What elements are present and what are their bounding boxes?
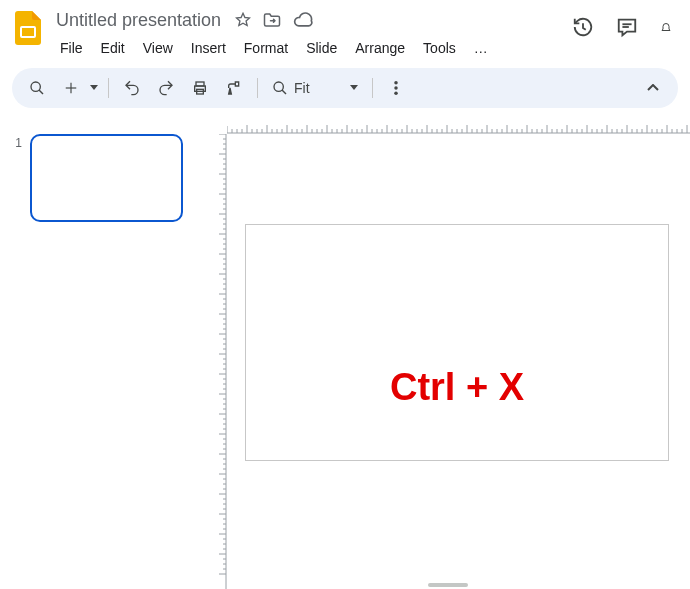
title-row: Untitled presentation	[52, 8, 572, 32]
svg-point-13	[394, 86, 398, 90]
header: Untitled presentation File Edit View Ins…	[0, 0, 690, 60]
slide-thumb-row: 1	[10, 134, 195, 222]
notifications-icon[interactable]	[660, 16, 672, 38]
slide-canvas[interactable]: Ctrl + X	[245, 224, 669, 461]
slide-number: 1	[10, 134, 22, 150]
filmstrip: 1	[0, 116, 205, 589]
header-right	[572, 8, 678, 38]
menu-bar: File Edit View Insert Format Slide Arran…	[52, 32, 572, 60]
collapse-toolbar-button[interactable]	[638, 73, 668, 103]
svg-point-10	[274, 82, 283, 91]
separator	[108, 78, 109, 98]
vertical-ruler[interactable]	[211, 134, 227, 589]
menu-tools[interactable]: Tools	[415, 36, 464, 60]
undo-button[interactable]	[117, 73, 147, 103]
app-logo[interactable]	[12, 8, 44, 48]
zoom-label: Fit	[294, 80, 310, 96]
svg-line-11	[282, 90, 286, 94]
svg-point-12	[394, 81, 398, 85]
canvas-area: Ctrl + X	[205, 116, 690, 589]
svg-point-3	[31, 82, 40, 91]
paint-format-button[interactable]	[219, 73, 249, 103]
workspace: 1	[0, 116, 690, 589]
menu-format[interactable]: Format	[236, 36, 296, 60]
move-icon[interactable]	[263, 12, 281, 28]
annotation-text: Ctrl + X	[390, 366, 524, 409]
zoom-control[interactable]: Fit	[266, 80, 364, 96]
redo-button[interactable]	[151, 73, 181, 103]
search-menus-button[interactable]	[22, 73, 52, 103]
separator	[257, 78, 258, 98]
menu-slide[interactable]: Slide	[298, 36, 345, 60]
menu-more[interactable]: …	[466, 36, 496, 60]
doc-title[interactable]: Untitled presentation	[52, 9, 225, 32]
toolbar-wrap: Fit	[0, 60, 690, 116]
new-slide-combo[interactable]	[56, 73, 100, 103]
menu-arrange[interactable]: Arrange	[347, 36, 413, 60]
toolbar: Fit	[12, 68, 678, 108]
more-tools-button[interactable]	[381, 73, 411, 103]
menu-edit[interactable]: Edit	[93, 36, 133, 60]
menu-file[interactable]: File	[52, 36, 91, 60]
title-area: Untitled presentation File Edit View Ins…	[52, 8, 572, 60]
new-slide-button[interactable]	[56, 73, 86, 103]
speaker-notes-handle[interactable]	[428, 583, 468, 587]
menu-view[interactable]: View	[135, 36, 181, 60]
menu-insert[interactable]: Insert	[183, 36, 234, 60]
title-icons	[235, 12, 313, 28]
slide-thumbnail-1[interactable]	[30, 134, 183, 222]
chevron-down-icon	[350, 85, 358, 91]
print-button[interactable]	[185, 73, 215, 103]
svg-line-4	[39, 90, 43, 94]
horizontal-ruler[interactable]	[227, 116, 690, 134]
zoom-icon	[272, 80, 288, 96]
svg-point-14	[394, 92, 398, 96]
version-history-icon[interactable]	[572, 16, 594, 38]
cloud-status-icon[interactable]	[293, 12, 313, 28]
separator	[372, 78, 373, 98]
new-slide-dropdown[interactable]	[88, 85, 100, 91]
comments-icon[interactable]	[616, 16, 638, 38]
star-icon[interactable]	[235, 12, 251, 28]
